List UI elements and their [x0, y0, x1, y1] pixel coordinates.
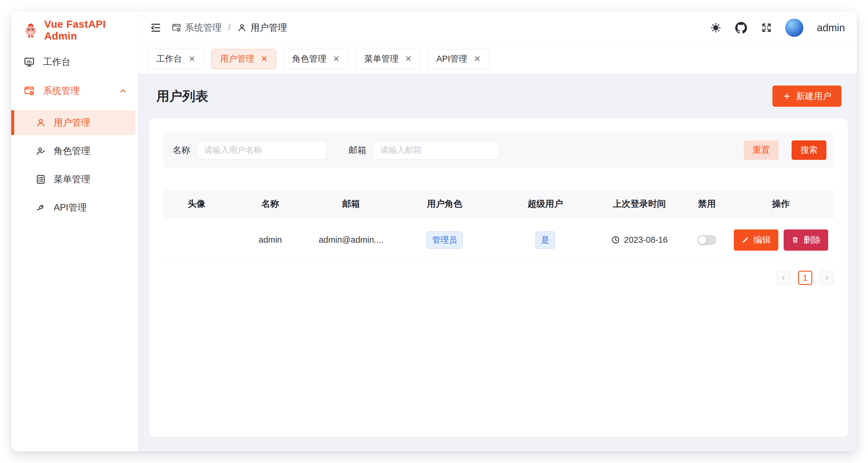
tab-label: 角色管理 — [292, 53, 326, 65]
sidebar-item-label: 系统管理 — [43, 85, 80, 97]
tab-role-management[interactable]: 角色管理 ✕ — [283, 49, 348, 69]
pagination-next-button[interactable] — [820, 271, 834, 285]
breadcrumb: 系统管理 / 用户管理 — [172, 22, 287, 34]
chevron-up-icon — [119, 87, 127, 95]
close-icon[interactable]: ✕ — [405, 55, 411, 63]
superuser-tag: 是 — [535, 232, 555, 249]
github-icon — [735, 22, 747, 34]
breadcrumb-label: 系统管理 — [185, 22, 222, 34]
breadcrumb-separator: / — [228, 23, 230, 32]
header: 系统管理 / 用户管理 — [138, 11, 857, 44]
close-icon[interactable]: ✕ — [474, 55, 480, 63]
last-login-cell: 2023-08-16 — [593, 235, 686, 245]
chick-logo-icon — [23, 22, 39, 39]
edit-button[interactable]: 编辑 — [734, 229, 778, 251]
sidebar-item-api-management[interactable]: API管理 — [11, 198, 138, 217]
pagination-page-1[interactable]: 1 — [798, 271, 812, 285]
reset-button[interactable]: 重置 — [744, 140, 779, 160]
app-logo[interactable]: Vue FastAPI Admin — [11, 11, 138, 49]
fullscreen-button[interactable] — [760, 21, 773, 34]
close-icon[interactable]: ✕ — [260, 55, 267, 63]
table-row: admin admin@admin.... 管理员 是 — [163, 218, 834, 262]
username[interactable]: admin — [817, 22, 845, 34]
app-window: Vue FastAPI Admin 工作台 系统管理 — [11, 11, 857, 452]
name-filter-label: 名称 — [173, 144, 190, 156]
column-header-disabled: 禁用 — [686, 198, 728, 210]
menu-list-icon — [35, 174, 46, 185]
user-icon — [237, 23, 247, 33]
tab-label: 菜单管理 — [364, 53, 398, 65]
collapse-sidebar-button[interactable] — [149, 21, 162, 34]
search-button[interactable]: 搜索 — [792, 140, 827, 160]
delete-button-label: 删除 — [803, 234, 820, 246]
column-header-actions: 操作 — [728, 198, 834, 210]
sidebar-item-system[interactable]: 系统管理 — [11, 81, 138, 100]
email-input[interactable] — [373, 141, 499, 160]
delete-button[interactable]: 删除 — [784, 229, 828, 251]
name-input[interactable] — [197, 141, 327, 160]
role-cell: 管理员 — [392, 232, 498, 249]
tab-user-management[interactable]: 用户管理 ✕ — [211, 49, 276, 69]
app-title: Vue FastAPI Admin — [44, 18, 138, 42]
edit-button-label: 编辑 — [753, 234, 771, 246]
column-header-superuser: 超级用户 — [498, 198, 593, 210]
sidebar: Vue FastAPI Admin 工作台 系统管理 — [11, 11, 138, 452]
sidebar-item-label: 角色管理 — [54, 145, 90, 157]
fullscreen-icon — [761, 22, 772, 34]
breadcrumb-system-management[interactable]: 系统管理 — [172, 22, 222, 34]
sidebar-item-label: 用户管理 — [54, 117, 90, 129]
page-title: 用户列表 — [156, 88, 208, 105]
column-header-last-login: 上次登录时间 — [593, 198, 686, 210]
plus-icon — [782, 92, 791, 101]
sidebar-item-label: 工作台 — [43, 56, 70, 68]
name-cell: admin — [230, 235, 311, 245]
pagination: 1 — [163, 271, 834, 285]
tab-menu-management[interactable]: 菜单管理 ✕ — [355, 49, 420, 69]
email-cell: admin@admin.... — [311, 235, 392, 245]
superuser-cell: 是 — [498, 232, 593, 249]
system-gear-icon — [24, 85, 35, 96]
content-area: 用户列表 新建用户 名称 邮箱 重置 搜索 — [138, 74, 857, 452]
disabled-cell — [686, 235, 728, 245]
column-header-role: 用户角色 — [392, 198, 498, 210]
last-login-date: 2023-08-16 — [624, 235, 668, 245]
trash-icon — [791, 236, 799, 244]
user-table: 头像 名称 邮箱 用户角色 超级用户 上次登录时间 禁用 操作 admin ad… — [163, 190, 834, 262]
sidebar-item-label: API管理 — [54, 201, 87, 214]
column-header-email: 邮箱 — [311, 198, 392, 210]
disabled-toggle[interactable] — [698, 235, 716, 245]
column-header-avatar: 头像 — [163, 198, 230, 210]
tab-bar: 工作台 ✕ 用户管理 ✕ 角色管理 ✕ 菜单管理 ✕ API管理 ✕ — [138, 44, 857, 74]
email-filter-label: 邮箱 — [349, 144, 366, 156]
page-head: 用户列表 新建用户 — [149, 74, 848, 119]
close-icon[interactable]: ✕ — [333, 55, 340, 63]
sidebar-item-workbench[interactable]: 工作台 — [11, 53, 138, 71]
sidebar-item-role-management[interactable]: 角色管理 — [11, 141, 138, 160]
chevron-left-icon — [780, 274, 787, 282]
github-button[interactable] — [734, 21, 748, 34]
avatar[interactable] — [785, 19, 803, 37]
pencil-icon — [741, 236, 749, 244]
tab-label: 用户管理 — [220, 53, 254, 65]
user-icon — [35, 118, 46, 128]
sidebar-item-label: 菜单管理 — [54, 173, 90, 186]
clock-history-icon — [611, 235, 620, 244]
new-user-button[interactable]: 新建用户 — [772, 86, 841, 107]
theme-sun-icon — [710, 22, 722, 34]
breadcrumb-user-management[interactable]: 用户管理 — [237, 22, 287, 34]
sidebar-item-user-management[interactable]: 用户管理 — [11, 110, 135, 135]
theme-toggle-button[interactable] — [709, 21, 722, 34]
tab-api-management[interactable]: API管理 ✕ — [428, 49, 489, 69]
tab-label: API管理 — [436, 53, 467, 65]
user-list-card: 名称 邮箱 重置 搜索 头像 名称 邮箱 用户角色 超级用户 上次登录 — [149, 119, 848, 437]
column-header-name: 名称 — [230, 198, 311, 210]
role-tag: 管理员 — [427, 232, 463, 249]
pagination-prev-button[interactable] — [776, 271, 790, 285]
api-plug-icon — [35, 202, 46, 213]
chevron-right-icon — [824, 274, 831, 282]
new-user-button-label: 新建用户 — [796, 90, 831, 102]
tab-workbench[interactable]: 工作台 ✕ — [148, 49, 204, 69]
role-icon — [35, 146, 46, 156]
close-icon[interactable]: ✕ — [189, 55, 195, 63]
sidebar-item-menu-management[interactable]: 菜单管理 — [11, 170, 138, 189]
